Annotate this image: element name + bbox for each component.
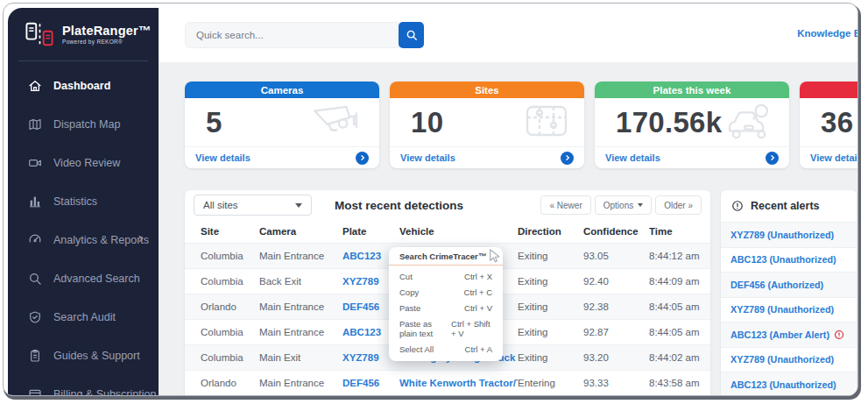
stat-cards-row: Cameras 5 View details: [185, 82, 857, 168]
menu-item-shortcut: Ctrl + V: [464, 303, 492, 313]
table-row: Orlando Main Entrance DEF456 White Kenwo…: [185, 370, 710, 395]
chevron-right-icon: [359, 154, 366, 161]
stat-card-value: 170.56k: [616, 106, 722, 139]
detections-title: Most recent detections: [335, 199, 463, 212]
search-button[interactable]: [399, 22, 424, 48]
options-button[interactable]: Options: [595, 195, 652, 215]
cell-site: Orlando: [201, 378, 259, 388]
chevron-down-icon: [295, 203, 302, 208]
cell-site: Columbia: [201, 251, 259, 261]
search-icon: [406, 29, 418, 41]
cell-direction: Exiting: [518, 251, 583, 261]
details-arrow-button[interactable]: [766, 152, 779, 165]
menu-item-shortcut: Ctrl + X: [464, 272, 492, 281]
cell-time: 8:44:05 am: [649, 301, 710, 312]
recent-alerts-panel: Recent alerts XYZ789 (Unauthorized) ABC1…: [721, 190, 857, 395]
stat-card-value: 10: [411, 106, 443, 139]
context-menu-item-search-crimetracer[interactable]: Search CrimeTracer™: [389, 247, 503, 265]
sidebar-item-label: Billing & Subscription: [53, 388, 156, 395]
col-direction: Direction: [518, 226, 583, 237]
gauge-icon: [28, 233, 42, 247]
details-arrow-button[interactable]: [356, 152, 369, 165]
cell-confidence: 92.40: [583, 276, 649, 287]
newer-button[interactable]: « Newer: [540, 195, 590, 215]
alert-link[interactable]: XYZ789 (Unauthorized): [721, 347, 857, 372]
cell-site: Columbia: [201, 276, 259, 287]
alert-link[interactable]: ABC123 (Unauthorized): [721, 247, 857, 273]
view-details-link[interactable]: View details: [400, 152, 455, 163]
menu-item-label: Copy: [399, 287, 419, 297]
sidebar-item-analytics-reports[interactable]: Analytics & Reports: [8, 221, 159, 259]
view-details-link[interactable]: View details: [810, 152, 857, 163]
cell-direction: Exiting: [518, 327, 583, 337]
site-filter-value: All sites: [203, 200, 238, 210]
alert-link-amber[interactable]: ABC123 (Amber Alert): [721, 322, 857, 347]
billing-card-icon: [28, 387, 42, 395]
sidebar-item-dispatch-map[interactable]: Dispatch Map: [8, 105, 159, 144]
col-site: Site: [201, 226, 259, 237]
cell-time: 8:44:12 am: [649, 251, 710, 261]
sidebar-item-guides-support[interactable]: Guides & Support: [8, 337, 159, 375]
alert-link[interactable]: ABC123 (Unauthorized): [721, 372, 857, 395]
plate-link[interactable]: DEF456: [342, 378, 399, 388]
context-menu-divider: [389, 265, 503, 266]
stat-card-title: Plates this week: [595, 82, 789, 98]
context-menu-item-paste-plain[interactable]: Paste as plain text Ctrl + Shift + V: [389, 315, 503, 341]
search-icon: [28, 272, 42, 286]
home-icon: [28, 79, 42, 93]
menu-item-label: Paste as plain text: [399, 319, 451, 338]
menu-item-label: Cut: [399, 272, 413, 281]
alert-label: XYZ789 (Unauthorized): [730, 354, 834, 365]
site-filter-select[interactable]: All sites: [194, 195, 312, 216]
view-details-link[interactable]: View details: [195, 152, 251, 163]
sidebar-item-statistics[interactable]: Statistics: [8, 182, 159, 221]
cell-direction: Exiting: [518, 301, 583, 312]
cell-direction: Entering: [518, 378, 583, 388]
sidebar-item-dashboard[interactable]: Dashboard: [8, 67, 159, 105]
detections-pager: « Newer Options Older »: [540, 195, 702, 215]
chevron-right-icon: [136, 234, 145, 246]
context-menu-item-copy[interactable]: Copy Ctrl + C: [389, 284, 503, 300]
cell-camera: Back Exit: [259, 276, 342, 287]
older-button[interactable]: Older »: [655, 195, 702, 215]
context-menu-item-cut[interactable]: Cut Ctrl + X: [389, 268, 503, 284]
alerts-list: XYZ789 (Unauthorized) ABC123 (Unauthoriz…: [721, 222, 857, 395]
options-label: Options: [603, 201, 633, 210]
cell-confidence: 92.38: [583, 301, 649, 312]
sidebar-item-search-audit[interactable]: Search Audit: [8, 298, 159, 337]
cell-confidence: 93.33: [583, 378, 649, 388]
alert-label: XYZ789 (Unauthorized): [730, 230, 834, 240]
stat-card-value: 36: [821, 106, 853, 139]
quick-search-input[interactable]: [185, 22, 399, 48]
stat-card-plates-week: Plates this week 170.56k: [595, 82, 789, 168]
car-search-icon: [724, 103, 773, 143]
alert-label: XYZ789 (Unauthorized): [730, 304, 834, 315]
sidebar-item-label: Dispatch Map: [53, 118, 120, 131]
stat-card-title: Cameras: [185, 82, 379, 98]
context-menu-item-select-all[interactable]: Select All Ctrl + A: [389, 341, 503, 357]
alert-label: ABC123 (Unauthorized): [730, 254, 836, 265]
sidebar-item-video-review[interactable]: Video Review: [8, 144, 159, 182]
details-arrow-button[interactable]: [561, 152, 574, 165]
sidebar-item-label: Guides & Support: [53, 350, 140, 362]
chevron-right-icon: [769, 154, 776, 161]
menu-item-label: Paste: [399, 303, 420, 313]
col-camera: Camera: [259, 226, 342, 237]
alert-label: ABC123 (Amber Alert): [730, 330, 829, 340]
context-menu-item-paste[interactable]: Paste Ctrl + V: [389, 300, 503, 315]
alert-link[interactable]: XYZ789 (Unauthorized): [721, 222, 857, 247]
cell-time: 8:44:09 am: [649, 276, 710, 287]
knowledge-base-link[interactable]: Knowledge B: [797, 28, 858, 39]
cell-direction: Exiting: [518, 352, 583, 363]
clipboard-icon: [28, 349, 42, 363]
cell-camera: Main Entrance: [259, 251, 342, 261]
cell-time: 8:43:58 am: [649, 378, 710, 388]
alert-link[interactable]: XYZ789 (Unauthorized): [721, 297, 857, 322]
alert-link[interactable]: DEF456 (Authorized): [721, 272, 857, 297]
view-details-link[interactable]: View details: [605, 152, 660, 163]
sidebar-item-label: Search Audit: [53, 311, 116, 323]
sidebar-item-advanced-search[interactable]: Advanced Search: [8, 259, 159, 298]
cell-site: Orlando: [201, 301, 259, 312]
vehicle-link[interactable]: White Kenworth Tractor/Trailer: [399, 378, 518, 388]
sidebar-item-billing-subscription[interactable]: Billing & Subscription: [8, 375, 159, 395]
